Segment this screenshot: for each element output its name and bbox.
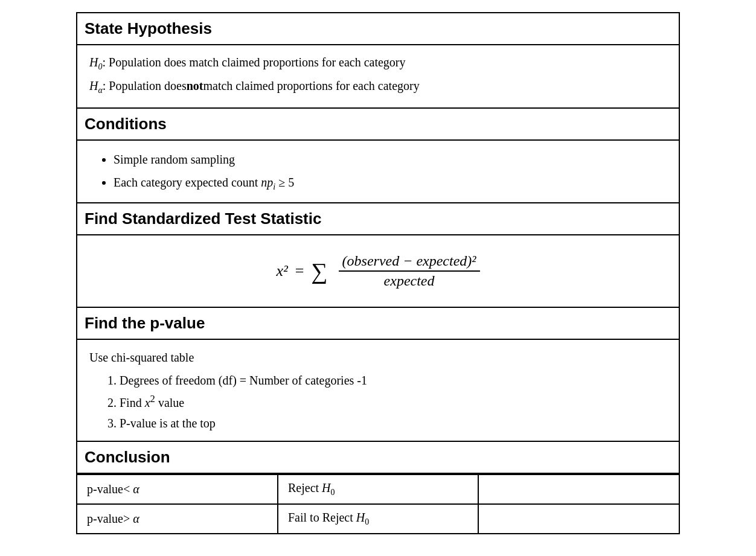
row2-col1: p-value> α bbox=[77, 504, 278, 533]
formula-section: x² = ∑ (observed − expected)² expected bbox=[77, 235, 679, 308]
ha-symbol: Hα bbox=[89, 76, 103, 97]
main-container: State Hypothesis H0: Population does mat… bbox=[76, 12, 680, 534]
test-stat-header: Find Standardized Test Statistic bbox=[77, 203, 679, 235]
pvalue-step-1: Degrees of freedom (df) = Number of cate… bbox=[120, 370, 667, 391]
conditions-content: Simple random sampling Each category exp… bbox=[77, 141, 679, 204]
table-row-1: p-value< α Reject H0 bbox=[77, 475, 679, 504]
pvalue-steps: Degrees of freedom (df) = Number of cate… bbox=[89, 370, 667, 433]
ha-line: Hα: Population does not match claimed pr… bbox=[89, 76, 667, 97]
hypothesis-header: State Hypothesis bbox=[77, 13, 679, 45]
formula-lhs: x² bbox=[276, 262, 287, 280]
row1-col2: Reject H0 bbox=[278, 475, 478, 504]
pvalue-intro: Use chi-squared table bbox=[89, 347, 667, 368]
pvalue-step-2: Find x2 value bbox=[120, 391, 667, 413]
h0-symbol: H0 bbox=[89, 53, 102, 74]
formula: x² = ∑ (observed − expected)² expected bbox=[276, 253, 479, 289]
ha-text-after: match claimed proportions for each categ… bbox=[203, 76, 420, 95]
pvalue-content: Use chi-squared table Degrees of freedom… bbox=[77, 340, 679, 442]
conclusion-header: Conclusion bbox=[77, 442, 679, 474]
conditions-list: Simple random sampling Each category exp… bbox=[89, 148, 667, 196]
hypothesis-content: H0: Population does match claimed propor… bbox=[77, 45, 679, 109]
row2-col3 bbox=[478, 504, 679, 533]
sigma-symbol: ∑ bbox=[311, 258, 327, 284]
ha-text-before: : Population does bbox=[103, 76, 187, 95]
row2-col2: Fail to Reject H0 bbox=[278, 504, 478, 533]
conclusion-table: p-value< α Reject H0 p-value> α Fail to … bbox=[77, 474, 679, 533]
formula-equals: = bbox=[295, 262, 304, 280]
pvalue-header: Find the p-value bbox=[77, 308, 679, 340]
condition-item-1: Simple random sampling bbox=[114, 148, 667, 171]
pvalue-step-3: P-value is at the top bbox=[120, 413, 667, 433]
fraction-denominator: expected bbox=[380, 272, 438, 289]
ha-not: not bbox=[187, 76, 203, 95]
row1-col1: p-value< α bbox=[77, 475, 278, 504]
fraction-numerator: (observed − expected)² bbox=[339, 253, 480, 272]
formula-fraction: (observed − expected)² expected bbox=[339, 253, 480, 289]
h0-text: : Population does match claimed proporti… bbox=[102, 53, 405, 72]
h0-line: H0: Population does match claimed propor… bbox=[89, 53, 667, 74]
table-row-2: p-value> α Fail to Reject H0 bbox=[77, 504, 679, 533]
row1-col3 bbox=[478, 475, 679, 504]
conditions-header: Conditions bbox=[77, 109, 679, 141]
condition-item-2: Each category expected count npi ≥ 5 bbox=[114, 171, 667, 196]
